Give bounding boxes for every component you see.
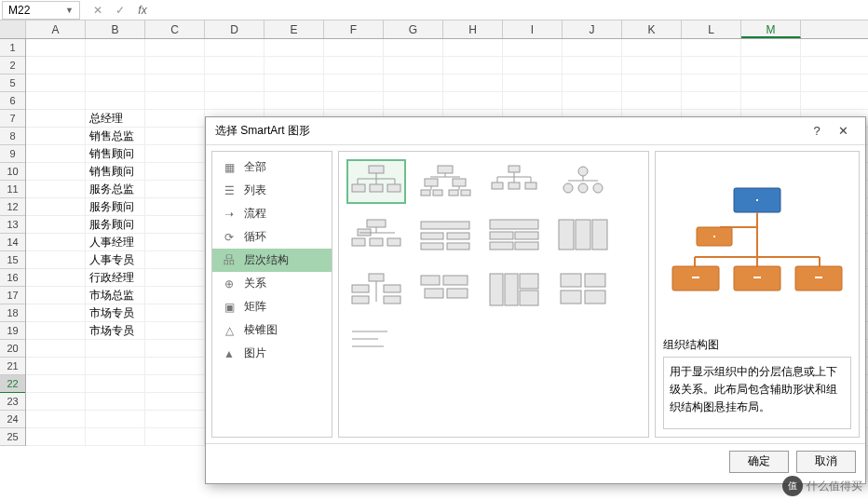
cell[interactable]: [26, 57, 86, 74]
cell[interactable]: [26, 393, 86, 410]
category-item[interactable]: ⟳循环: [212, 225, 332, 249]
cell[interactable]: [86, 92, 145, 109]
layout-thumbnail[interactable]: [346, 159, 406, 204]
row-header[interactable]: 6: [0, 92, 25, 110]
cell[interactable]: [205, 39, 264, 56]
column-header[interactable]: I: [503, 20, 563, 38]
cell[interactable]: [145, 57, 205, 74]
cell[interactable]: 服务顾问: [86, 198, 145, 215]
cell[interactable]: [384, 39, 443, 56]
layout-thumbnail[interactable]: [415, 213, 475, 258]
category-item[interactable]: ➝流程: [212, 202, 332, 225]
cell[interactable]: [443, 92, 503, 109]
layout-thumbnail[interactable]: [346, 321, 406, 366]
layout-thumbnail[interactable]: [346, 213, 406, 258]
row-header[interactable]: 2: [0, 57, 25, 74]
cell[interactable]: [86, 428, 145, 445]
cell[interactable]: [682, 57, 741, 74]
cell[interactable]: [145, 198, 205, 215]
cell[interactable]: [145, 234, 205, 250]
cell[interactable]: [145, 145, 205, 162]
layout-thumbnail[interactable]: [415, 159, 475, 204]
row-header[interactable]: 21: [0, 358, 25, 375]
cell[interactable]: [86, 340, 145, 357]
cell[interactable]: [26, 74, 86, 91]
enter-icon[interactable]: ✓: [114, 4, 127, 17]
ok-button[interactable]: 确定: [729, 451, 789, 473]
cell[interactable]: [563, 74, 622, 91]
column-header[interactable]: C: [145, 20, 205, 38]
column-header[interactable]: L: [682, 20, 741, 38]
cancel-icon[interactable]: ✕: [91, 4, 104, 17]
cell[interactable]: [26, 340, 86, 357]
row-header[interactable]: 1: [0, 39, 25, 57]
row-header[interactable]: 20: [0, 340, 25, 358]
cell[interactable]: [145, 216, 205, 233]
cell[interactable]: [145, 128, 205, 144]
cell[interactable]: [86, 358, 145, 374]
column-header[interactable]: J: [563, 20, 622, 38]
cell[interactable]: [26, 322, 86, 339]
row-header[interactable]: 14: [0, 234, 25, 251]
cell[interactable]: [741, 57, 801, 74]
cell[interactable]: [86, 411, 145, 427]
column-header[interactable]: G: [384, 20, 443, 38]
row-header[interactable]: 23: [0, 393, 25, 411]
row-header[interactable]: 18: [0, 304, 25, 322]
cell[interactable]: 行政经理: [86, 269, 145, 286]
cell[interactable]: [145, 340, 205, 357]
cell[interactable]: [145, 39, 205, 56]
row-header[interactable]: 17: [0, 287, 25, 304]
category-item[interactable]: ▦全部: [212, 155, 332, 179]
cell[interactable]: [145, 358, 205, 374]
cell[interactable]: [26, 198, 86, 215]
layout-thumbnail[interactable]: [484, 159, 544, 204]
column-header[interactable]: D: [205, 20, 264, 38]
layout-thumbnail[interactable]: [553, 267, 613, 312]
cell[interactable]: [145, 92, 205, 109]
cell[interactable]: [26, 269, 86, 286]
category-item[interactable]: 品层次结构: [212, 249, 332, 272]
cell[interactable]: [384, 74, 443, 91]
row-header[interactable]: 25: [0, 428, 25, 446]
cell[interactable]: [563, 57, 622, 74]
cell[interactable]: [86, 57, 145, 74]
dialog-titlebar[interactable]: 选择 SmartArt 图形 ? ✕: [206, 117, 865, 145]
cell[interactable]: [503, 92, 563, 109]
layout-thumbnail[interactable]: [484, 213, 544, 258]
row-header[interactable]: 10: [0, 163, 25, 181]
cell[interactable]: 市场专员: [86, 322, 145, 339]
name-box[interactable]: ▼: [2, 1, 80, 20]
cell[interactable]: [26, 145, 86, 162]
cell[interactable]: [682, 39, 741, 56]
cell[interactable]: [205, 57, 264, 74]
cell[interactable]: [26, 375, 86, 392]
cell[interactable]: [145, 269, 205, 286]
category-item[interactable]: ▣矩阵: [212, 295, 332, 318]
close-icon[interactable]: ✕: [830, 124, 856, 138]
cell[interactable]: [86, 393, 145, 410]
cell[interactable]: [324, 39, 384, 56]
category-item[interactable]: ▲图片: [212, 342, 332, 365]
cell[interactable]: [26, 216, 86, 233]
cell[interactable]: 服务顾问: [86, 216, 145, 233]
category-item[interactable]: ☰列表: [212, 179, 332, 202]
cell[interactable]: [324, 57, 384, 74]
cell[interactable]: [145, 411, 205, 427]
column-header[interactable]: H: [443, 20, 503, 38]
cell[interactable]: [26, 128, 86, 144]
cell[interactable]: [26, 251, 86, 268]
cell[interactable]: [145, 304, 205, 321]
cell[interactable]: [26, 181, 86, 197]
layout-thumbnail[interactable]: [553, 213, 613, 258]
formula-input[interactable]: [158, 1, 868, 20]
category-item[interactable]: △棱锥图: [212, 318, 332, 342]
cell[interactable]: [145, 251, 205, 268]
cell[interactable]: [145, 428, 205, 445]
name-box-input[interactable]: [8, 4, 61, 17]
cell[interactable]: [741, 92, 801, 109]
cell[interactable]: [26, 304, 86, 321]
row-header[interactable]: 16: [0, 269, 25, 287]
cell[interactable]: [384, 92, 443, 109]
cell[interactable]: [324, 92, 384, 109]
